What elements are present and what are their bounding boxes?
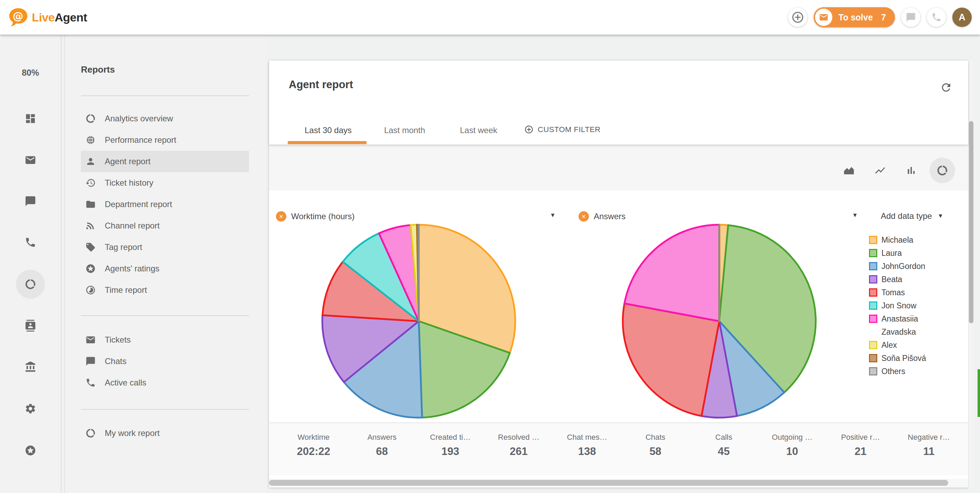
rail-item-star[interactable] [16,436,45,465]
legend-item-others[interactable]: Others [869,365,955,378]
menu-item-label: Time report [105,285,147,295]
logo-agent: Agent [55,11,87,24]
stat-calls: Calls45 [689,423,758,476]
legend-swatch [869,367,877,375]
menu-item-label: Active calls [105,378,146,388]
legend-label: JohnGordon [881,260,925,273]
stat-chats: Chats58 [621,423,690,476]
calls-header-button[interactable] [927,8,946,27]
stat-value: 10 [758,445,826,458]
chart-legend: MichaelaLauraJohnGordonBeataTomasJon Sno… [869,233,955,378]
menu-item-label: Tickets [105,335,131,345]
legend-label: Laura [881,247,902,260]
menu-item-department-report[interactable]: Department report [81,194,249,215]
remove-answers-button[interactable]: ✕ [579,211,589,222]
reports-menu: Reports Analytics overviewPerformance re… [65,35,266,493]
mail-icon [86,335,96,345]
chat-icon [25,195,36,207]
rail-item-mail[interactable] [16,146,45,175]
logo-bubble-icon: @ [8,6,29,28]
add-new-button[interactable] [788,8,807,27]
folder-icon [86,199,96,210]
menu-item-chats[interactable]: Chats [81,351,249,372]
worktime-dropdown-caret[interactable]: ▼ [550,212,556,219]
pie-slice-others[interactable] [418,225,419,321]
menu-item-analytics-overview[interactable]: Analytics overview [81,108,249,129]
stat-value: 138 [553,445,621,458]
legend-item-johngordon[interactable]: JohnGordon [869,260,955,273]
stat-value: 261 [484,445,553,458]
horizontal-scrollbar-thumb[interactable] [269,480,948,486]
phone-icon [86,377,96,388]
vertical-scrollbar[interactable] [969,60,974,487]
menu-item-agents-ratings[interactable]: Agents' ratings [81,258,249,279]
pie-slice-tomas[interactable] [623,304,719,416]
rail-item-bank[interactable] [16,352,45,381]
chart-type-pie-chart[interactable] [929,157,955,183]
horizontal-scrollbar[interactable] [269,479,968,487]
menu-item-label: Agent report [105,157,150,166]
to-solve-button[interactable]: To solve 7 [814,7,895,27]
refresh-button[interactable] [940,81,952,95]
to-solve-label: To solve [838,13,873,22]
stat-label: Chat mes… [553,433,621,442]
menu-item-label: Ticket history [105,178,153,188]
tag-icon [86,242,96,252]
legend-item-laura[interactable]: Laura [869,247,955,260]
dashboard-icon [25,113,36,124]
add-circle-icon [524,125,534,134]
tab-last-week[interactable]: Last week [460,126,497,135]
custom-filter-label: CUSTOM FILTER [538,125,601,134]
legend-item-tomas[interactable]: Tomas [869,286,955,299]
legend-item-anastasiia-zavadska[interactable]: Anastasiia Zavadska [869,312,955,339]
tab-last-30-days[interactable]: Last 30 days [305,126,352,135]
rail-item-dashboard[interactable] [16,104,45,133]
rail-item-reports-donut[interactable] [16,270,45,299]
vertical-scrollbar-thumb[interactable] [969,121,974,323]
liveagent-logo[interactable]: @ LiveAgent [8,6,87,28]
tab-last-month[interactable]: Last month [384,126,425,135]
rail-item-settings[interactable] [16,394,45,423]
pie-slice-anastasiia-zavadska[interactable] [625,225,719,321]
legend-item-beata[interactable]: Beata [869,273,955,286]
legend-label: Alex [881,339,897,351]
legend-item-michaela[interactable]: Michaela [869,233,955,247]
rail-item-contacts[interactable] [16,311,45,340]
menu-item-tag-report[interactable]: Tag report [81,237,249,258]
legend-label: Jon Snow [881,299,916,312]
worktime-pie-chart[interactable] [320,223,517,420]
menu-item-agent-report[interactable]: Agent report [81,151,249,172]
menu-item-time-report[interactable]: Time report [81,279,249,301]
chats-header-button[interactable] [901,8,921,27]
menu-item-channel-report[interactable]: Channel report [81,215,249,237]
legend-swatch [869,341,877,349]
remove-worktime-button[interactable]: ✕ [276,211,286,222]
menu-item-my-work-report[interactable]: My work report [81,423,249,444]
legend-item-alex[interactable]: Alex [869,339,955,351]
custom-filter-button[interactable]: CUSTOM FILTER [524,125,601,134]
answers-pie-chart[interactable] [621,223,818,420]
bank-icon [25,361,36,373]
stat-negative-r-: Negative r…11 [894,423,963,476]
chart-type-line-chart[interactable] [867,157,893,183]
menu-item-performance-report[interactable]: Performance report [81,129,249,151]
legend-item-so-a-pi-ov-[interactable]: Soňa Pišová [869,351,955,365]
usage-percent: 80% [0,68,61,78]
menu-item-tickets[interactable]: Tickets [81,329,249,351]
chart-type-bar-chart[interactable] [898,157,924,183]
stat-label: Calls [689,433,758,442]
chart-type-area-chart[interactable] [836,157,862,183]
add-data-type-dropdown[interactable]: Add data type ▼ [881,211,943,221]
legend-item-jon-snow[interactable]: Jon Snow [869,299,955,312]
add-data-type-caret: ▼ [937,213,943,219]
menu-item-ticket-history[interactable]: Ticket history [81,172,249,194]
legend-swatch [869,275,877,283]
star-icon [86,264,96,274]
rail-item-chat[interactable] [16,187,45,216]
answers-dropdown-caret[interactable]: ▼ [852,212,858,219]
stat-value: 21 [826,445,895,458]
menu-item-active-calls[interactable]: Active calls [81,372,249,393]
avatar[interactable]: A [952,8,972,27]
rail-item-phone[interactable] [16,228,45,257]
to-solve-count-badge: 7 [881,13,886,22]
